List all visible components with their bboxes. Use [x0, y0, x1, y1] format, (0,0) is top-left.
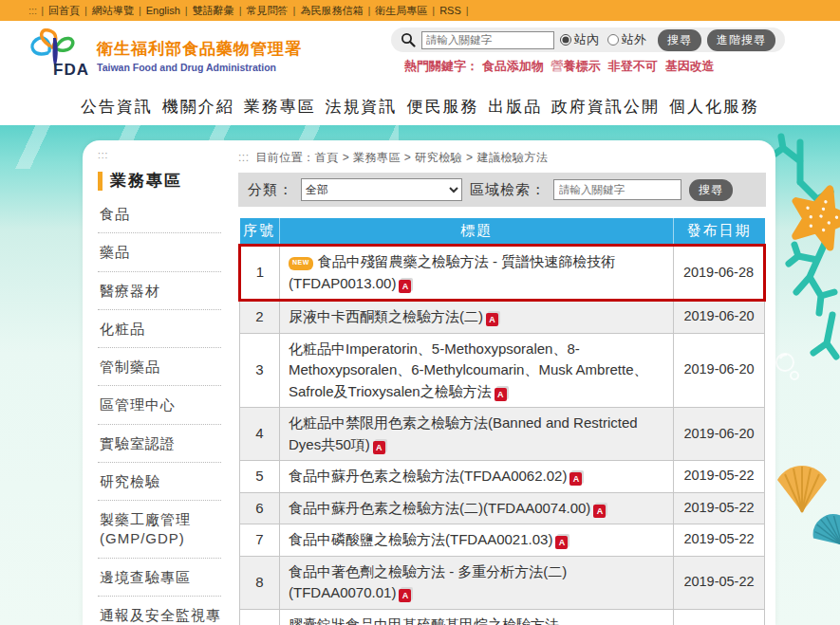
hot-keyword-links: 食品添加物營養標示非登不可基因改造 [482, 59, 722, 73]
category-select[interactable]: 全部 [301, 178, 462, 201]
table-header-row: 序號 標題 發布日期 [240, 218, 765, 246]
sidebar-title-label: 業務專區 [110, 170, 182, 192]
topbar-link-常見問答[interactable]: 常見問答 [247, 5, 289, 16]
advanced-search-button[interactable]: 進階搜尋 [707, 29, 775, 51]
main-content: ::: 目前位置：首頁 > 業務專區 > 研究檢驗 > 建議檢驗方法 分類： 全… [227, 140, 775, 625]
nav-item-業務專區[interactable]: 業務專區 [244, 96, 316, 118]
topbar-link-為民服務信箱[interactable]: 為民服務信箱 [300, 5, 363, 16]
sidebar-accent-bar [98, 172, 103, 191]
topbar-separator: | [367, 5, 370, 16]
row-number-cell: 1 [240, 246, 280, 301]
row-title-link[interactable]: 尿液中卡西酮類之檢驗方法(二) [289, 308, 483, 324]
row-title-link[interactable]: 化粧品中Imperatorin、5-Methoxypsoralen、8-Meth… [289, 340, 647, 399]
topbar-separator: | [41, 5, 44, 16]
row-title-link[interactable]: 食品中磷酸鹽之檢驗方法(TFDAA0021.03) [289, 531, 552, 547]
hot-keyword-link[interactable]: 基因改造 [665, 59, 715, 73]
nav-item-公告資訊[interactable]: 公告資訊 [81, 96, 153, 118]
scope-offsite-radio[interactable] [607, 34, 619, 46]
table-row: 6食品中蘇丹色素之檢驗方法(二)(TFDAA0074.00)A2019-05-2… [240, 492, 765, 524]
row-title-link[interactable]: 化粧品中禁限用色素之檢驗方法(Banned and Restricted Dye… [289, 414, 638, 452]
sidebar-item-通報及安全監視專區[interactable]: 通報及安全監視專區 [98, 597, 221, 625]
scope-onsite-radio[interactable] [560, 34, 571, 46]
row-title-link[interactable]: 膠囊錠狀食品中甲基硫醯基甲烷之檢驗方法(TFDAA0075.00) [289, 616, 559, 625]
sidebar-item-製藥工廠管理(GMP/GDP)[interactable]: 製藥工廠管理(GMP/GDP) [98, 501, 221, 559]
topbar-link-RSS[interactable]: RSS [439, 5, 461, 16]
main-navigation: 公告資訊機關介紹業務專區法規資訊便民服務出版品政府資訊公開個人化服務 [0, 88, 840, 125]
row-date-cell: 2019-06-20 [674, 333, 765, 408]
row-number-cell: 6 [240, 492, 280, 524]
row-number-cell: 3 [240, 333, 280, 408]
col-header-date: 發布日期 [674, 218, 765, 246]
topbar-link-English[interactable]: English [146, 5, 180, 16]
table-row: 3化粧品中Imperatorin、5-Methoxypsoralen、8-Met… [240, 333, 765, 408]
sidebar-item-化粧品[interactable]: 化粧品 [98, 310, 221, 348]
fda-website-page: ::: |回首頁|網站導覽|English|雙語辭彙|常見問答|為民服務信箱|衛… [0, 0, 840, 625]
pdf-file-icon[interactable]: A [593, 505, 606, 518]
fda-logo[interactable]: FDA 衛生福利部食品藥物管理署 Taiwan Food and Drug Ad… [27, 28, 302, 82]
topbar-separator: | [293, 5, 296, 16]
nav-item-出版品[interactable]: 出版品 [488, 96, 542, 118]
hot-keyword-link[interactable]: 非登不可 [608, 59, 658, 73]
table-row: 7食品中磷酸鹽之檢驗方法(TFDAA0021.03)A2019-05-22 [240, 524, 765, 557]
region-search-input[interactable] [553, 179, 681, 200]
topbar-separator: | [432, 5, 435, 16]
row-date-cell: 2019-05-22 [674, 461, 765, 493]
pdf-file-icon[interactable]: A [555, 536, 568, 549]
row-title-cell: 化粧品中禁限用色素之檢驗方法(Banned and Restricted Dye… [280, 408, 674, 461]
topbar-separator: | [185, 5, 188, 16]
breadcrumb-path[interactable]: 首頁 > 業務專區 > 研究檢驗 > 建議檢驗方法 [315, 151, 549, 164]
topbar-separator: | [84, 5, 87, 16]
sidebar-item-管制藥品[interactable]: 管制藥品 [98, 348, 221, 386]
pdf-file-icon[interactable]: A [399, 589, 411, 602]
marine-decoration [772, 125, 840, 625]
skip-marker: ::: [28, 5, 37, 16]
sidebar-item-研究檢驗[interactable]: 研究檢驗 [98, 463, 221, 501]
row-number-cell: 2 [240, 301, 280, 334]
sidebar-item-邊境查驗專區[interactable]: 邊境查驗專區 [98, 559, 221, 597]
nav-item-法規資訊[interactable]: 法規資訊 [326, 96, 398, 118]
row-title-cell: 化粧品中Imperatorin、5-Methoxypsoralen、8-Meth… [280, 333, 674, 408]
search-zone: 站內 站外 搜尋 進階搜尋 熱門關鍵字： 食品添加物營養標示非登不可基因改造 [391, 28, 785, 75]
site-search-bar: 站內 站外 搜尋 進階搜尋 [391, 28, 785, 52]
topbar-link-衛生局專區[interactable]: 衛生局專區 [375, 5, 427, 16]
nav-item-機關介紹[interactable]: 機關介紹 [162, 96, 234, 118]
row-title-cell: 膠囊錠狀食品中甲基硫醯基甲烷之檢驗方法(TFDAA0075.00)A [280, 609, 674, 625]
row-date-cell: 2019-05-22 [674, 492, 765, 524]
table-row: 5食品中蘇丹色素之檢驗方法(TFDAA0062.02)A2019-05-22 [240, 461, 765, 493]
hot-keywords-label: 熱門關鍵字： [404, 59, 478, 73]
row-title-cell: 食品中蘇丹色素之檢驗方法(TFDAA0062.02)A [280, 461, 674, 493]
topbar-link-回首頁[interactable]: 回首頁 [48, 5, 80, 16]
pdf-file-icon[interactable]: A [486, 313, 498, 326]
pdf-file-icon[interactable]: A [373, 441, 385, 454]
hot-keyword-link[interactable]: 食品添加物 [482, 59, 544, 73]
topbar-link-網站導覽[interactable]: 網站導覽 [92, 5, 134, 16]
row-title-link[interactable]: 食品中著色劑之檢驗方法 - 多重分析方法(二)(TFDAA0070.01) [289, 563, 567, 601]
search-button[interactable]: 搜尋 [658, 29, 701, 51]
pdf-file-icon[interactable]: A [569, 472, 582, 486]
row-title-link[interactable]: 食品中殘留農藥之檢驗方法 - 質譜快速篩檢技術(TFDAP0013.00) [289, 253, 615, 291]
site-search-input[interactable] [421, 31, 554, 49]
topbar-link-雙語辭彙[interactable]: 雙語辭彙 [193, 5, 234, 16]
row-title-link[interactable]: 食品中蘇丹色素之檢驗方法(TFDAA0062.02) [289, 468, 567, 484]
nav-item-便民服務[interactable]: 便民服務 [406, 96, 478, 118]
sidebar-item-食品[interactable]: 食品 [98, 195, 221, 233]
col-header-no: 序號 [240, 218, 280, 246]
utility-topbar: ::: |回首頁|網站導覽|English|雙語辭彙|常見問答|為民服務信箱|衛… [0, 0, 840, 21]
sidebar-item-實驗室認證[interactable]: 實驗室認證 [98, 425, 221, 463]
hot-keyword-link[interactable]: 營養標示 [551, 59, 601, 73]
site-header: FDA 衛生福利部食品藥物管理署 Taiwan Food and Drug Ad… [0, 21, 840, 88]
pdf-file-icon[interactable]: A [495, 388, 507, 401]
filter-search-button[interactable]: 搜尋 [689, 179, 733, 201]
nav-item-政府資訊公開[interactable]: 政府資訊公開 [551, 96, 660, 118]
nav-item-個人化服務[interactable]: 個人化服務 [669, 96, 759, 118]
scope-onsite-label: 站內 [574, 31, 599, 48]
skip-marker: ::: [238, 151, 250, 164]
sidebar-title[interactable]: 業務專區 [98, 170, 221, 192]
category-label: 分類： [248, 181, 293, 199]
sidebar-item-醫療器材[interactable]: 醫療器材 [98, 272, 221, 310]
content-panel: ::: 業務專區 食品藥品醫療器材化粧品管制藥品區管理中心實驗室認證研究檢驗製藥… [83, 140, 775, 625]
pdf-file-icon[interactable]: A [399, 280, 411, 293]
row-title-link[interactable]: 食品中蘇丹色素之檢驗方法(二)(TFDAA0074.00) [289, 500, 590, 516]
sidebar-item-藥品[interactable]: 藥品 [98, 233, 221, 271]
sidebar-item-區管理中心[interactable]: 區管理中心 [98, 386, 221, 424]
